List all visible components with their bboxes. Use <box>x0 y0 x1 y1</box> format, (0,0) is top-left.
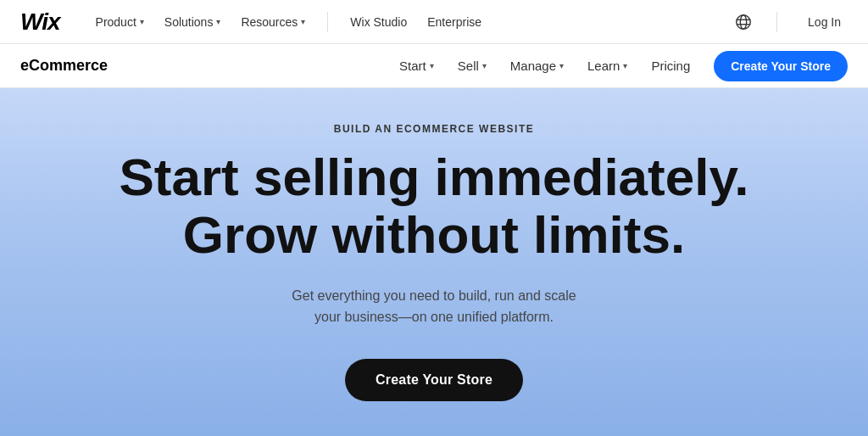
pricing-label: Pricing <box>651 59 690 73</box>
sell-chevron-icon: ▾ <box>482 61 487 70</box>
ecommerce-brand: eCommerce <box>20 57 108 75</box>
svg-point-1 <box>740 14 746 29</box>
create-store-hero-button[interactable]: Create Your Store <box>345 359 523 401</box>
hero-eyebrow: BUILD AN ECOMMERCE WEBSITE <box>334 123 535 135</box>
start-nav-item[interactable]: Start ▾ <box>389 53 444 78</box>
learn-label: Learn <box>587 59 620 73</box>
enterprise-nav-item[interactable]: Enterprise <box>419 10 490 34</box>
sell-label: Sell <box>458 59 479 73</box>
resources-nav-item[interactable]: Resources ▾ <box>232 10 314 34</box>
hero-subtext: Get everything you need to build, run an… <box>281 285 587 328</box>
manage-nav-item[interactable]: Manage ▾ <box>500 53 574 78</box>
language-selector-icon[interactable] <box>734 13 753 31</box>
top-nav: Wix Product ▾ Solutions ▾ Resources ▾ Wi… <box>0 0 868 44</box>
solutions-nav-item[interactable]: Solutions ▾ <box>156 10 230 34</box>
sell-nav-item[interactable]: Sell ▾ <box>448 53 497 78</box>
wix-logo[interactable]: Wix <box>20 8 60 36</box>
sub-nav: eCommerce Start ▾ Sell ▾ Manage ▾ Learn … <box>0 44 868 88</box>
wix-studio-nav-item[interactable]: Wix Studio <box>342 10 415 34</box>
start-chevron-icon: ▾ <box>430 61 434 70</box>
resources-label: Resources <box>241 15 298 29</box>
nav-right-divider <box>776 12 777 32</box>
learn-nav-item[interactable]: Learn ▾ <box>577 53 637 78</box>
login-button[interactable]: Log In <box>801 12 848 32</box>
hero-section: BUILD AN ECOMMERCE WEBSITE Start selling… <box>0 88 868 436</box>
start-label: Start <box>399 59 426 73</box>
solutions-chevron-icon: ▾ <box>216 17 220 26</box>
resources-chevron-icon: ▾ <box>301 17 305 26</box>
enterprise-label: Enterprise <box>427 15 481 29</box>
hero-headline-line2: Grow without limits. <box>183 205 685 264</box>
manage-chevron-icon: ▾ <box>559 61 564 70</box>
manage-label: Manage <box>510 59 556 73</box>
create-store-nav-button[interactable]: Create Your Store <box>714 51 848 81</box>
product-nav-item[interactable]: Product ▾ <box>87 10 153 34</box>
sub-nav-links: Start ▾ Sell ▾ Manage ▾ Learn ▾ Pricing <box>389 53 700 78</box>
pricing-nav-item[interactable]: Pricing <box>641 53 700 78</box>
top-nav-links: Product ▾ Solutions ▾ Resources ▾ Wix St… <box>87 10 735 34</box>
hero-headline-line1: Start selling immediately. <box>119 148 748 206</box>
solutions-label: Solutions <box>164 15 214 29</box>
nav-divider <box>327 12 328 32</box>
svg-point-0 <box>737 14 751 29</box>
top-nav-right: Log In <box>734 12 848 32</box>
product-label: Product <box>96 15 136 29</box>
hero-headline: Start selling immediately. Grow without … <box>119 148 748 264</box>
product-chevron-icon: ▾ <box>140 17 144 26</box>
wix-studio-label: Wix Studio <box>350 15 407 29</box>
learn-chevron-icon: ▾ <box>623 61 627 70</box>
